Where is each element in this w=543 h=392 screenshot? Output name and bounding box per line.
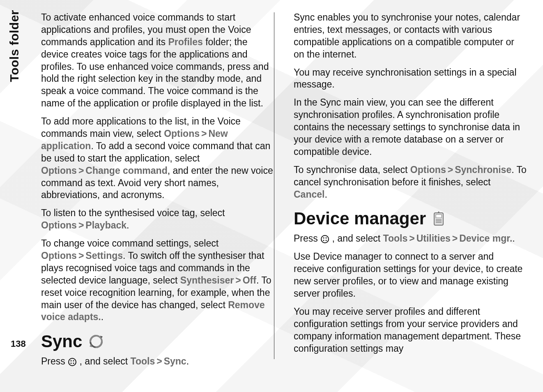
separator-gt: > (451, 233, 459, 244)
term-options: Options (410, 164, 446, 175)
svg-point-0 (69, 358, 76, 366)
separator-gt: > (200, 128, 208, 139)
term-change-command: Change command (85, 165, 167, 176)
text: . (324, 189, 327, 200)
paragraph-sync-profiles: In the Sync main view, you can see the d… (294, 97, 527, 158)
heading-device-manager: Device manager (294, 209, 527, 228)
svg-rect-8 (436, 221, 442, 223)
svg-point-13 (326, 240, 327, 241)
term-playback: Playback (85, 220, 127, 231)
separator-gt: > (234, 275, 242, 286)
paragraph-devmgr-use: Use Device manager to connect to a serve… (294, 251, 527, 300)
svg-point-2 (73, 360, 74, 362)
separator-gt: > (77, 165, 85, 176)
term-settings: Settings (85, 250, 123, 261)
paragraph-sync-options: To synchronise data, select Options>Sync… (294, 164, 527, 201)
svg-point-4 (73, 363, 74, 364)
text: . (186, 356, 189, 367)
menu-key-icon (320, 235, 329, 244)
text: folder; the device creates voice tags fo… (41, 37, 269, 108)
term-tools: Tools (131, 356, 155, 367)
term-options: Options (41, 220, 77, 231)
heading-device-manager-text: Device manager (294, 209, 426, 228)
text: To listen to the synthesised voice tag, … (41, 208, 225, 218)
page-content: To activate enhanced voice commands to s… (41, 12, 527, 384)
separator-gt: > (77, 220, 85, 231)
paragraph-voice-activate: To activate enhanced voice commands to s… (41, 12, 274, 110)
svg-point-9 (321, 235, 329, 243)
sidebar: Tools folder (0, 0, 29, 392)
paragraph-add-apps: To add more applications to the list, in… (41, 115, 274, 201)
text: , and select (329, 233, 383, 244)
term-profiles: Profiles (168, 37, 202, 47)
text: . (512, 233, 515, 244)
separator-gt: > (446, 164, 455, 175)
svg-point-3 (71, 363, 72, 364)
term-device-mgr: Device mgr. (459, 233, 512, 244)
svg-point-12 (323, 240, 324, 241)
sidebar-title: Tools folder (7, 10, 21, 82)
text: To change voice command settings, select (41, 238, 219, 249)
paragraph-sync-press: Press , and select Tools>Sync. (41, 355, 274, 368)
text: . (127, 220, 129, 231)
paragraph-devmgr-receive: You may receive server profiles and diff… (294, 306, 527, 355)
term-utilities: Utilities (416, 233, 451, 244)
svg-rect-6 (436, 214, 442, 218)
separator-gt: > (407, 233, 416, 244)
heading-sync: Sync (41, 332, 274, 351)
text: . (101, 311, 104, 322)
term-synthesiser: Synthesiser (180, 275, 234, 286)
svg-point-10 (323, 238, 324, 239)
paragraph-sync-message: You may receive synchronisation settings… (294, 67, 527, 91)
paragraph-sync-intro: Sync enables you to synchronise your not… (294, 12, 527, 61)
paragraph-voice-settings: To change voice command settings, select… (41, 238, 274, 323)
text: Press (41, 356, 68, 367)
paragraph-playback: To listen to the synthesised voice tag, … (41, 207, 274, 232)
term-sync: Sync (164, 356, 186, 367)
term-off: Off (243, 275, 256, 286)
separator-gt: > (77, 250, 85, 261)
term-synchronise: Synchronise (455, 164, 511, 175)
svg-rect-7 (436, 219, 442, 221)
svg-point-11 (326, 238, 327, 239)
text: To synchronise data, select (294, 164, 410, 175)
text: , and select (77, 356, 130, 367)
svg-point-1 (71, 360, 72, 362)
term-tools: Tools (383, 233, 408, 244)
heading-sync-text: Sync (41, 332, 82, 351)
term-options: Options (41, 165, 77, 176)
separator-gt: > (155, 356, 163, 367)
term-options: Options (41, 250, 77, 261)
page-number: 138 (11, 339, 26, 349)
device-manager-icon (432, 210, 446, 227)
term-cancel: Cancel (294, 189, 324, 200)
sync-icon (88, 333, 104, 350)
paragraph-devmgr-press: Press , and select Tools>Utilities>Devic… (294, 233, 527, 245)
term-options: Options (164, 128, 200, 139)
text: Press (294, 233, 320, 244)
menu-key-icon (68, 357, 77, 367)
